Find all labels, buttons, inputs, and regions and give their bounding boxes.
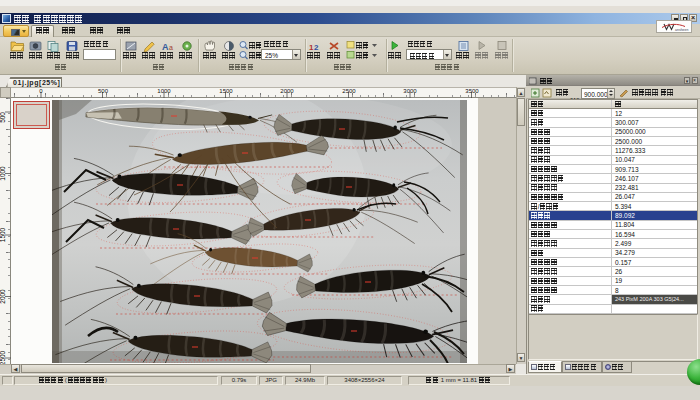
svg-text:ansheen: ansheen: [675, 28, 688, 32]
svg-text:1000: 1000: [157, 88, 171, 94]
svg-text:1500: 1500: [219, 88, 233, 94]
svg-text:a: a: [169, 44, 173, 51]
svg-text:0: 0: [39, 88, 43, 94]
svg-text:500: 500: [98, 88, 109, 94]
svg-text:500: 500: [0, 112, 6, 123]
svg-text:3500: 3500: [465, 88, 479, 94]
svg-text:2500: 2500: [0, 350, 6, 365]
svg-text:2: 2: [314, 43, 319, 52]
svg-text:1000: 1000: [0, 166, 6, 181]
svg-text:2000: 2000: [280, 88, 294, 94]
svg-text:1500: 1500: [0, 227, 6, 242]
svg-text:A: A: [162, 42, 169, 52]
svg-text:3000: 3000: [403, 88, 417, 94]
svg-text:2000: 2000: [0, 289, 6, 304]
svg-text:2500: 2500: [342, 88, 356, 94]
